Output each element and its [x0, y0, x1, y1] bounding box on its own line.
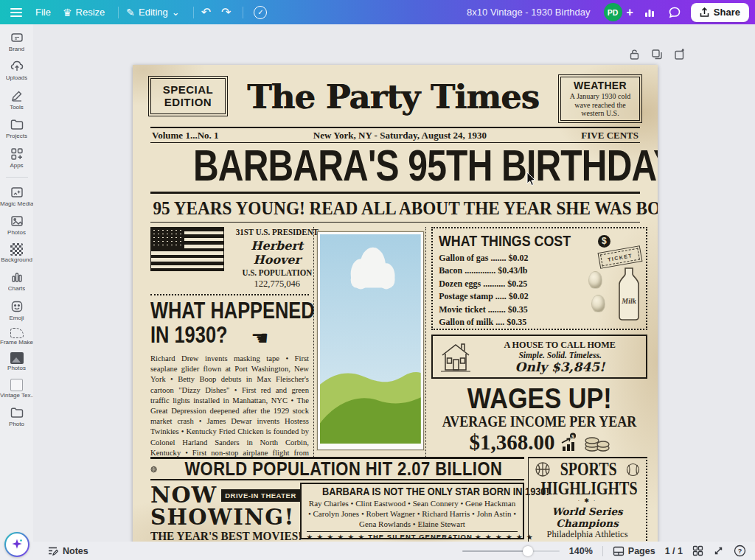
- sub-headline[interactable]: 95 YEARS YOUNG! READ ALL ABOUT THE YEAR …: [133, 197, 658, 220]
- what-things-cost-box[interactable]: WHAT THINGS COST $ Gallon of gas .......…: [431, 227, 647, 330]
- svg-text:$: $: [571, 434, 574, 440]
- sidebar-item-photos-2[interactable]: Photos: [0, 352, 33, 371]
- magic-media-icon: [10, 185, 24, 200]
- tools-icon: [10, 88, 24, 103]
- help-icon[interactable]: ?: [734, 545, 746, 557]
- grid-view-icon[interactable]: [692, 545, 703, 556]
- house-title: A HOUSE TO CALL HOME: [504, 339, 616, 351]
- masthead-title[interactable]: The Party Times: [226, 72, 560, 122]
- sidebar-item-emoji[interactable]: Emoji: [0, 299, 33, 321]
- editing-mode-dropdown[interactable]: ✎ Editing ⌄: [126, 7, 179, 18]
- sidebar-item-uploads[interactable]: Uploads: [0, 59, 33, 81]
- masthead: SPECIAL EDITION The Party Times WEATHER …: [150, 72, 640, 124]
- cost-item: Dozen eggs .......... $0.25: [439, 278, 551, 290]
- sidebar-item-magic-media[interactable]: Magic Media: [0, 185, 33, 207]
- notes-button[interactable]: Notes: [47, 545, 88, 556]
- invite-member-button[interactable]: +: [627, 6, 633, 19]
- avatar[interactable]: PD: [604, 3, 622, 21]
- share-button[interactable]: Share: [691, 3, 749, 22]
- cost-item: Gallon of milk .... $0.35: [439, 316, 551, 329]
- house-box[interactable]: A HOUSE TO CALL HOME Simple. Solid. Time…: [431, 335, 647, 379]
- president-name: Herbert Hoover: [230, 239, 324, 267]
- newspaper-columns: 31ST U.S. PRESIDENT Herbert Hoover U.S. …: [150, 227, 647, 457]
- now-showing-section[interactable]: NOW DRIVE-IN THEATER SHOWING! THE YEAR'S…: [150, 484, 296, 544]
- date-label[interactable]: New York, NY - Saturday, August 24, 1930: [313, 130, 487, 141]
- what-happened-body[interactable]: Richard Drew invents masking tape • Firs…: [150, 354, 309, 457]
- coins-illustration: [583, 432, 610, 452]
- cost-item: Gallon of gas ....... $0.02: [439, 252, 551, 265]
- egg-illustration: [588, 271, 602, 289]
- subheadline-rule: [150, 222, 640, 223]
- object-panel: Brand Uploads Tools Projects Apps Magic …: [0, 24, 33, 560]
- undo-button[interactable]: ↶: [201, 5, 211, 19]
- house-illustration: [436, 339, 475, 374]
- now-label: NOW: [150, 484, 217, 506]
- ticket-illustration: TICKET: [598, 245, 643, 269]
- resize-button[interactable]: ♛ Resize: [63, 7, 105, 18]
- world-population-banner[interactable]: WORLD POPULATION HIT 2.07 BILLION: [150, 457, 524, 480]
- crown-icon: ♛: [63, 7, 72, 18]
- charts-icon: [10, 270, 24, 284]
- canvas-workspace: SPECIAL EDITION The Party Times WEATHER …: [33, 24, 755, 542]
- special-edition-box[interactable]: SPECIAL EDITION: [150, 78, 226, 114]
- zoom-level[interactable]: 140%: [569, 546, 593, 556]
- zoom-slider[interactable]: [462, 546, 560, 556]
- sidebar-item-photo-folder[interactable]: Photo: [0, 405, 33, 427]
- photo-placeholder[interactable]: [317, 231, 424, 450]
- showing-label: SHOWING!: [150, 506, 296, 528]
- pencil-icon: ✎: [126, 7, 135, 18]
- canva-assistant-button[interactable]: [4, 532, 29, 557]
- zoom-slider-handle[interactable]: [523, 546, 533, 556]
- sidebar-item-background[interactable]: Background: [0, 243, 33, 263]
- what-happened-title[interactable]: WHAT HAPPENED IN 1930? ☚: [150, 298, 309, 350]
- weather-box[interactable]: WEATHER A January 1930 cold wave reached…: [560, 77, 640, 121]
- celebrity-names: Ray Charles • Clint Eastwood • Sean Conn…: [307, 499, 518, 530]
- chevron-down-icon: ⌄: [172, 7, 180, 18]
- apps-icon: [10, 147, 24, 161]
- sidebar-item-frame-maker[interactable]: Frame Maker: [0, 328, 33, 346]
- duplicate-page-icon[interactable]: [651, 49, 663, 60]
- drive-in-badge: DRIVE-IN THEATER: [221, 489, 300, 502]
- photo-thumbnail-icon: [10, 352, 24, 364]
- notes-icon: [47, 545, 58, 556]
- pages-button[interactable]: Pages: [613, 546, 655, 556]
- price-label[interactable]: FIVE CENTS: [581, 130, 639, 141]
- cost-item: Bacon .............. $0.43/lb: [439, 265, 551, 277]
- volume-label[interactable]: Volume 1...No. 1: [152, 130, 219, 141]
- document-title[interactable]: 8x10 Vintage - 1930 Birthday: [467, 7, 590, 18]
- stars-born-box[interactable]: BARBARA IS NOT THE ONLY STAR BORN IN 193…: [300, 483, 524, 539]
- vintage-texture-icon: [10, 379, 23, 391]
- sidebar-item-brand[interactable]: Brand: [0, 30, 33, 52]
- basketball-icon: [534, 461, 552, 478]
- sidebar-item-apps[interactable]: Apps: [0, 147, 33, 169]
- frame-maker-icon: [10, 328, 24, 338]
- uploads-icon: [10, 59, 24, 74]
- main-headline[interactable]: BARBARA'S 95TH BIRTHDAY: [133, 143, 658, 189]
- wages-section[interactable]: WAGES UP! AVERAGE INCOME PER YEAR $1,368…: [431, 385, 647, 453]
- weather-text: A January 1930 cold wave reached the wes…: [563, 92, 638, 118]
- background-icon: [10, 243, 23, 256]
- sports-section[interactable]: SPORTS HIGHLIGHTS · ✱ · World Series Cha…: [528, 457, 647, 544]
- silent-generation-row: ★ ★ ★ ★ ★ ★ THE SILENT GENERATION ★ ★ ★ …: [307, 531, 518, 541]
- fullscreen-icon[interactable]: [713, 545, 724, 556]
- population-label: U.S. POPULATION: [242, 267, 312, 279]
- sidebar-item-projects[interactable]: Projects: [0, 117, 33, 139]
- sidebar-item-tools[interactable]: Tools: [0, 88, 33, 111]
- lock-icon[interactable]: [629, 49, 640, 60]
- sidebar-item-photos[interactable]: Photos: [0, 214, 33, 236]
- design-page[interactable]: SPECIAL EDITION The Party Times WEATHER …: [133, 65, 658, 544]
- redo-button[interactable]: ↷: [221, 5, 231, 19]
- cost-item: Movie ticket ........ $0.35: [439, 304, 551, 316]
- world-series-value: Philadelphia Athletics: [529, 529, 646, 540]
- add-page-icon[interactable]: [674, 49, 686, 60]
- menu-icon[interactable]: [10, 8, 22, 17]
- top-toolbar: File ♛ Resize ✎ Editing ⌄ ↶ ↷ ✓ 8x10 Vin…: [0, 0, 755, 24]
- silent-generation-label: THE SILENT GENERATION: [368, 533, 473, 541]
- sidebar-item-charts[interactable]: Charts: [0, 270, 33, 292]
- file-menu[interactable]: File: [35, 7, 51, 18]
- sidebar-item-vintage-textures[interactable]: Vintage Tex...: [0, 379, 33, 399]
- insights-icon[interactable]: [641, 4, 658, 21]
- president-section[interactable]: 31ST U.S. PRESIDENT Herbert Hoover U.S. …: [150, 227, 309, 290]
- center-column: [314, 227, 427, 457]
- comments-icon[interactable]: [666, 4, 683, 21]
